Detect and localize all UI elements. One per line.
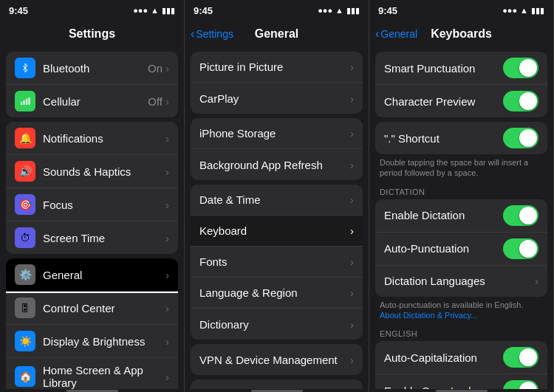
iphone-storage-chevron: › xyxy=(350,127,354,140)
vpn-group: VPN & Device Management › xyxy=(191,344,363,375)
auto-punct-label: Auto-Punctuation xyxy=(384,242,503,255)
language-item[interactable]: Language & Region › xyxy=(191,278,363,309)
keyboards-scroll[interactable]: Smart Punctuation Character Preview "." … xyxy=(369,47,553,389)
carplay-item[interactable]: CarPlay › xyxy=(191,83,363,114)
caps-lock-toggle[interactable] xyxy=(503,380,538,389)
legal-group: Legal & Regulatory › xyxy=(191,379,363,389)
svg-rect-0 xyxy=(21,102,22,105)
cellular-label: Cellular xyxy=(43,95,148,108)
shortcut-subtext: Double tapping the space bar will insert… xyxy=(369,154,553,183)
settings-scroll[interactable]: Bluetooth On › Cellular Off › 🔔 Notifica… xyxy=(0,47,184,389)
keyboard-chevron: › xyxy=(350,224,354,237)
smart-punct-item[interactable]: Smart Punctuation xyxy=(375,52,547,85)
bg-refresh-item[interactable]: Background App Refresh › xyxy=(191,149,363,180)
caps-lock-item[interactable]: Enable Caps Lock xyxy=(375,374,547,389)
control-center-item[interactable]: 🎛 Control Center › xyxy=(6,292,178,325)
storage-group: iPhone Storage › Background App Refresh … xyxy=(191,118,363,180)
bluetooth-label: Bluetooth xyxy=(43,62,148,75)
datetime-label: Date & Time xyxy=(199,193,350,206)
bluetooth-chevron: › xyxy=(165,62,169,75)
language-label: Language & Region xyxy=(199,286,350,299)
char-preview-toggle[interactable] xyxy=(503,91,538,111)
shortcut-item[interactable]: "." Shortcut xyxy=(375,122,547,154)
focus-item[interactable]: 🎯 Focus › xyxy=(6,188,178,221)
dictation-lang-item[interactable]: Dictation Languages › xyxy=(375,266,547,297)
keyboard-item[interactable]: Keyboard › xyxy=(191,216,363,247)
legal-item[interactable]: Legal & Regulatory › xyxy=(191,379,363,389)
general-item[interactable]: ⚙️ General › xyxy=(6,258,178,292)
display-chevron: › xyxy=(165,335,169,348)
english-section-label: ENGLISH xyxy=(369,325,553,341)
general-group: ⚙️ General › 🎛 Control Center › ☀️ Displ… xyxy=(6,258,178,389)
status-bar-1: 9:45 ●●● ▲ ▮▮▮ xyxy=(0,0,184,21)
back-chevron-icon: ‹ xyxy=(191,27,194,41)
cellular-item[interactable]: Cellular Off › xyxy=(6,85,178,117)
smart-punct-toggle[interactable] xyxy=(503,58,538,78)
screen-time-icon: ⏱ xyxy=(15,227,35,248)
keyboards-back-button[interactable]: ‹ General xyxy=(375,27,417,41)
general-back-button[interactable]: ‹ Settings xyxy=(191,27,233,41)
char-preview-label: Character Preview xyxy=(384,95,503,108)
bluetooth-value: On xyxy=(148,62,163,75)
general-nav: ‹ Settings General xyxy=(185,21,369,47)
datetime-item[interactable]: Date & Time › xyxy=(191,185,363,216)
cellular-chevron: › xyxy=(165,95,169,108)
auto-cap-toggle[interactable] xyxy=(503,347,538,368)
dictionary-item[interactable]: Dictionary › xyxy=(191,309,363,340)
fonts-chevron: › xyxy=(350,255,354,268)
battery-icon-2: ▮▮▮ xyxy=(346,6,360,16)
auto-cap-item[interactable]: Auto-Capitalization xyxy=(375,341,547,374)
general-label: General xyxy=(43,269,165,281)
bg-refresh-chevron: › xyxy=(350,159,354,171)
dictation-lang-chevron: › xyxy=(535,275,538,287)
dictation-section-label: DICTATION xyxy=(369,183,553,199)
general-icon: ⚙️ xyxy=(15,264,35,285)
screen-time-label: Screen Time xyxy=(43,232,165,244)
vpn-item[interactable]: VPN & Device Management › xyxy=(191,344,363,375)
signal-icon-3: ●●● xyxy=(502,6,517,15)
display-item[interactable]: ☀️ Display & Brightness › xyxy=(6,325,178,358)
vpn-label: VPN & Device Management xyxy=(199,354,350,366)
general-scroll[interactable]: Picture in Picture › CarPlay › iPhone St… xyxy=(185,47,369,389)
auto-punct-toggle[interactable] xyxy=(503,238,538,259)
wifi-icon-3: ▲ xyxy=(520,6,528,15)
connectivity-group: Bluetooth On › Cellular Off › xyxy=(6,52,178,117)
shortcut-group: "." Shortcut xyxy=(375,122,547,154)
pip-item[interactable]: Picture in Picture › xyxy=(191,52,363,83)
bluetooth-item[interactable]: Bluetooth On › xyxy=(6,52,178,85)
cellular-value: Off xyxy=(148,95,163,108)
smart-punct-group: Smart Punctuation Character Preview xyxy=(375,52,547,117)
auto-punct-item[interactable]: Auto-Punctuation xyxy=(375,233,547,266)
back-label: Settings xyxy=(196,28,233,40)
enable-dictation-label: Enable Dictation xyxy=(384,209,503,221)
english-group: Auto-Capitalization Enable Caps Lock Pre… xyxy=(375,341,547,389)
status-icons-1: ●●● ▲ ▮▮▮ xyxy=(133,6,175,16)
battery-icon: ▮▮▮ xyxy=(162,6,175,16)
dictionary-label: Dictionary xyxy=(199,318,350,331)
sounds-item[interactable]: 🔊 Sounds & Haptics › xyxy=(6,155,178,188)
vpn-chevron: › xyxy=(350,354,354,366)
char-preview-item[interactable]: Character Preview xyxy=(375,85,547,117)
dictionary-chevron: › xyxy=(350,318,354,331)
fonts-label: Fonts xyxy=(199,255,350,268)
sounds-icon: 🔊 xyxy=(15,161,35,182)
enable-dictation-toggle[interactable] xyxy=(503,205,538,226)
battery-icon-3: ▮▮▮ xyxy=(531,6,544,16)
iphone-storage-item[interactable]: iPhone Storage › xyxy=(191,118,363,149)
settings-panel: 9:45 ●●● ▲ ▮▮▮ Settings Bluetooth On › xyxy=(0,0,185,392)
notifications-item[interactable]: 🔔 Notifications › xyxy=(6,122,178,155)
datetime-group: Date & Time › Keyboard › Fonts › Languag… xyxy=(191,185,363,340)
enable-dictation-item[interactable]: Enable Dictation xyxy=(375,199,547,233)
fonts-item[interactable]: Fonts › xyxy=(191,247,363,278)
general-panel: 9:45 ●●● ▲ ▮▮▮ ‹ Settings General Pictur… xyxy=(185,0,369,392)
control-center-label: Control Center xyxy=(43,302,165,314)
home-screen-item[interactable]: 🏠 Home Screen & App Library › xyxy=(6,358,178,389)
shortcut-toggle[interactable] xyxy=(503,128,538,148)
status-bar-2: 9:45 ●●● ▲ ▮▮▮ xyxy=(185,0,369,21)
bg-refresh-label: Background App Refresh xyxy=(199,159,350,171)
svg-rect-3 xyxy=(29,97,30,105)
keyboards-nav: ‹ General Keyboards xyxy=(369,21,553,47)
screen-time-item[interactable]: ⏱ Screen Time › xyxy=(6,221,178,254)
notifications-group: 🔔 Notifications › 🔊 Sounds & Haptics › 🎯… xyxy=(6,122,178,254)
bluetooth-icon xyxy=(15,58,35,78)
